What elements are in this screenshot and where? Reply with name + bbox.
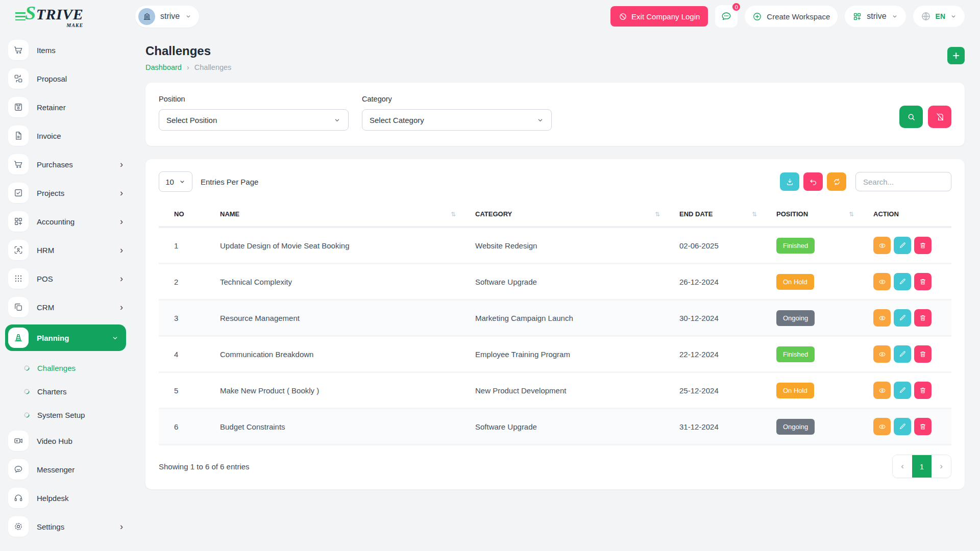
edit-button[interactable] [894,273,911,290]
edit-button[interactable] [894,418,911,435]
sidebar-item-helpdesk[interactable]: Helpdesk [8,487,123,509]
create-workspace-button[interactable]: Create Workspace [745,6,838,27]
logo-wrap: STRIVE MAKE [0,5,135,28]
chat-button[interactable]: 0 [715,5,738,28]
column-header-end-date[interactable]: END DATE⇅ [674,202,771,227]
page-title: Challenges [145,44,231,58]
sidebar-subitem-charters[interactable]: Charters [8,381,123,402]
apply-filter-button[interactable] [899,106,923,128]
delete-button[interactable] [914,382,932,399]
workspace-name: strive [160,12,180,21]
cell-position: On Hold [771,264,868,300]
entries-per-page-label: Entries Per Page [201,178,258,186]
view-button[interactable] [873,237,891,254]
globe-icon [921,11,931,21]
sidebar-subitem-challenges[interactable]: Challenges [8,357,123,379]
sidebar-item-items[interactable]: Items [8,39,123,61]
sidebar-item-crm[interactable]: CRM › [8,296,123,318]
cell-action [868,227,951,264]
edit-button[interactable] [894,309,911,327]
chevron-right-icon: › [120,217,123,226]
workspace-selector[interactable]: strive [135,6,199,28]
view-button[interactable] [873,309,891,327]
company-selector[interactable]: strive [845,6,905,27]
column-header-position[interactable]: POSITION⇅ [771,202,868,227]
sidebar-item-label: HRM [37,246,54,255]
user-scan-icon [8,240,29,260]
sidebar-item-settings[interactable]: Settings › [8,515,123,538]
view-button[interactable] [873,345,891,363]
column-header-name[interactable]: NAME⇅ [215,202,470,227]
sidebar-item-messenger[interactable]: Messenger [8,458,123,481]
trash-icon [919,422,927,431]
clear-filter-button[interactable] [928,106,951,128]
plus-icon: + [952,49,960,62]
gear-icon [8,516,29,537]
sidebar-item-label: Items [37,46,56,55]
pencil-icon [898,278,906,286]
cart-icon [8,154,29,174]
sidebar-subitem-system-setup[interactable]: System Setup [8,404,123,425]
view-button[interactable] [873,273,891,290]
delete-button[interactable] [914,273,932,290]
sidebar-subitem-label: System Setup [37,411,85,419]
view-button[interactable] [873,418,891,435]
chevron-down-icon [891,13,898,20]
category-filter-value: Select Category [370,116,424,124]
pagination-page-1-button[interactable]: 1 [912,455,932,478]
sidebar-item-planning[interactable]: Planning [5,324,126,351]
chevron-right-icon: › [120,188,123,197]
add-challenge-button[interactable]: + [947,47,965,64]
breadcrumb-dashboard-link[interactable]: Dashboard [145,63,182,71]
cell-category: Marketing Campaign Launch [470,300,674,336]
view-button[interactable] [873,382,891,399]
file-icon [8,126,29,146]
sidebar-item-projects[interactable]: Projects › [8,182,123,204]
sort-icon: ⇅ [451,211,465,218]
category-filter-select[interactable]: Select Category [362,109,552,131]
pagination-next-button[interactable]: › [932,455,951,478]
eye-icon [878,386,887,395]
pencil-icon [898,314,906,322]
pagination: ‹ 1 › [892,455,951,478]
sidebar-item-label: Settings [37,522,64,531]
entries-per-page-select[interactable]: 10 [159,171,192,192]
undo-button[interactable] [803,172,823,191]
position-filter-select[interactable]: Select Position [159,109,349,131]
clear-filter-icon [935,112,945,122]
brand-accent: S [25,2,36,23]
cell-no: 6 [159,409,215,445]
sidebar-item-pos[interactable]: POS › [8,267,123,290]
sidebar-item-video-hub[interactable]: Video Hub [8,430,123,452]
sidebar-item-retainer[interactable]: Retainer [8,96,123,118]
delete-button[interactable] [914,309,932,327]
language-code: EN [936,12,945,20]
dots-grid-icon [8,268,29,289]
sidebar-item-purchases[interactable]: Purchases › [8,153,123,176]
delete-button[interactable] [914,237,932,254]
sidebar-item-accounting[interactable]: Accounting › [8,210,123,233]
brand-logo[interactable]: STRIVE MAKE [15,5,83,28]
cell-end-date: 31-12-2024 [674,409,771,445]
exit-company-login-button[interactable]: Exit Company Login [610,6,708,27]
edit-button[interactable] [894,345,911,363]
table-search-input[interactable] [855,172,951,191]
sidebar-item-label: Proposal [37,74,67,83]
delete-button[interactable] [914,418,932,435]
pagination-prev-button[interactable]: ‹ [893,455,912,478]
edit-button[interactable] [894,382,911,399]
edit-button[interactable] [894,237,911,254]
sidebar-item-invoice[interactable]: Invoice [8,124,123,147]
undo-icon [809,178,818,186]
export-button[interactable] [780,172,799,191]
language-selector[interactable]: EN [913,6,965,27]
status-badge: Ongoing [776,419,815,435]
sidebar-item-hrm[interactable]: HRM › [8,239,123,261]
refresh-button[interactable] [827,172,846,191]
sidebar-item-proposal[interactable]: Proposal [8,67,123,90]
status-badge: Finished [776,346,815,362]
column-header-category[interactable]: CATEGORY⇅ [470,202,674,227]
delete-button[interactable] [914,345,932,363]
column-header-action: ACTION [868,202,951,227]
table-row: 3 Resource Management Marketing Campaign… [159,300,951,336]
